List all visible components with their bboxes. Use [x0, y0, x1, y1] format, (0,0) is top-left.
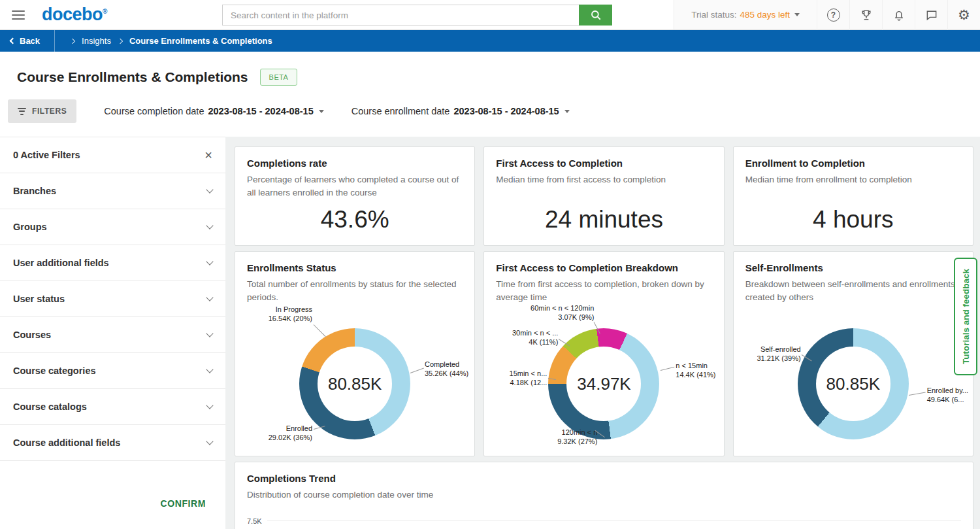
sidebar-item-course-catalogs[interactable]: Course catalogs	[0, 389, 225, 425]
page-title: Course Enrollments & Completions	[17, 69, 248, 85]
messages-button[interactable]	[915, 0, 947, 30]
self-enrollments-card: Self-Enrollments Breakdown between self-…	[733, 251, 973, 456]
sidebar-item-branches[interactable]: Branches	[0, 173, 225, 209]
gear-icon: ⚙	[958, 8, 970, 22]
completions-trend-card: Completions Trend Distribution of course…	[235, 462, 973, 529]
chat-icon	[925, 9, 938, 22]
sidebar-item-courses[interactable]: Courses	[0, 317, 225, 353]
notifications-button[interactable]	[882, 0, 915, 30]
filter-icon	[18, 106, 26, 116]
filters-button[interactable]: FILTERS	[8, 99, 76, 123]
sidebar-item-course-categories[interactable]: Course categories	[0, 353, 225, 389]
page-header: Course Enrollments & Completions BETA FI…	[0, 52, 980, 137]
chevron-down-icon	[206, 222, 213, 229]
first-access-breakdown-donut[interactable]: 34.97K	[548, 328, 659, 439]
dashboard-main: Completions rate Percentage of learners …	[225, 137, 980, 529]
first-access-breakdown-card: First Access to Completion Breakdown Tim…	[483, 251, 724, 456]
search-button[interactable]	[579, 5, 612, 26]
sidebar-item-groups[interactable]: Groups	[0, 209, 225, 245]
chevron-down-icon	[319, 110, 324, 113]
back-button[interactable]: Back	[0, 30, 55, 52]
first-access-to-completion-card: First Access to Completion Median time f…	[483, 146, 724, 246]
segment-label-120min: 120min < n 9.32K (27%)	[532, 428, 597, 447]
card-description: Breakdown between self-enrollments and e…	[745, 278, 961, 303]
topbar-right-section: Trial status: 485 days left ? ⚙	[674, 0, 980, 29]
leader-line	[909, 392, 926, 396]
enrollments-status-card: Enrollments Status Total number of enrol…	[235, 251, 475, 456]
card-description: Median time from first access to complet…	[496, 173, 711, 186]
card-description: Time from first access to completion, br…	[496, 278, 711, 303]
chevron-down-icon	[564, 110, 570, 113]
enrollment-date-filter[interactable]: Course enrollment date 2023-08-15 - 2024…	[351, 106, 570, 116]
first-access-value: 24 minutes	[484, 206, 723, 233]
sidebar-item-user-additional-fields[interactable]: User additional fields	[0, 245, 225, 281]
beta-badge: BETA	[260, 69, 298, 86]
bell-icon	[892, 9, 906, 22]
donut-total: 80.85K	[328, 374, 382, 394]
chevron-right-icon	[118, 38, 123, 43]
active-filters-row: 0 Active Filters ×	[0, 137, 225, 173]
donut-chart-area: 80.85K In Progress 16.54K (20%) Complete…	[247, 309, 463, 459]
search-input[interactable]	[222, 5, 579, 26]
segment-label-30min: 30min < n < ... 4K (11%)	[496, 328, 558, 347]
card-title: First Access to Completion	[496, 158, 711, 169]
breadcrumb: Insights Course Enrollments & Completion…	[71, 36, 272, 46]
enrollments-status-donut[interactable]: 80.85K	[299, 328, 410, 439]
breadcrumb-insights[interactable]: Insights	[82, 36, 111, 46]
help-button[interactable]: ?	[817, 0, 849, 30]
settings-button[interactable]: ⚙	[947, 0, 980, 30]
global-search	[222, 5, 612, 26]
segment-label-under-15min: n < 15min 14.4K (41%)	[676, 361, 723, 380]
chevron-down-icon	[794, 13, 800, 16]
search-icon	[590, 9, 602, 21]
enrollment-date-value: 2023-08-15 - 2024-08-15	[453, 106, 559, 116]
breadcrumb-bar: Back Insights Course Enrollments & Compl…	[0, 30, 980, 52]
completion-date-filter[interactable]: Course completion date 2023-08-15 - 2024…	[104, 106, 323, 116]
chevron-down-icon	[206, 186, 213, 193]
leader-line	[410, 368, 424, 373]
card-description: Median time from enrollment to completio…	[745, 173, 961, 186]
help-icon: ?	[827, 9, 840, 22]
donut-total: 80.85K	[826, 374, 880, 394]
enrollment-completion-value: 4 hours	[734, 206, 973, 233]
donut-chart-area: 80.85K Self-enrolled 31.21K (39%) Enroll…	[745, 309, 961, 459]
filters-bar: FILTERS Course completion date 2023-08-1…	[8, 99, 980, 123]
card-title: Completions rate	[247, 158, 463, 169]
tutorials-feedback-button[interactable]: Tutorials and feedback	[954, 258, 977, 375]
enrollment-date-label: Course enrollment date	[351, 106, 450, 116]
segment-label-completed: Completed 35.26K (44%)	[425, 360, 477, 379]
completions-rate-card: Completions rate Percentage of learners …	[235, 146, 475, 246]
segment-label-enrolled-by-others: Enrolled by... 49.64K (6...	[927, 386, 973, 405]
card-title: Enrollments Status	[247, 262, 463, 273]
trophy-icon	[860, 9, 873, 22]
docebo-logo[interactable]: docebo®	[42, 5, 107, 25]
chevron-down-icon	[206, 330, 213, 337]
self-enrollments-donut[interactable]: 80.85K	[798, 328, 909, 439]
sidebar-item-course-additional-fields[interactable]: Course additional fields	[0, 425, 225, 461]
back-label: Back	[20, 36, 40, 46]
registered-mark: ®	[103, 8, 107, 15]
completions-rate-value: 43.6%	[235, 206, 474, 233]
chevron-left-icon	[10, 38, 16, 44]
segment-label-60-120min: 60min < n < 120min 3.07K (9%)	[509, 303, 594, 322]
trial-days-left: 485 days left	[740, 10, 790, 20]
segment-label-self-enrolled: Self-enrolled 31.21K (39%)	[745, 345, 801, 364]
gridline	[267, 520, 961, 521]
chevron-down-icon	[206, 366, 213, 373]
donut-total: 34.97K	[577, 374, 630, 394]
leader-line	[661, 367, 675, 371]
breadcrumb-current: Course Enrollments & Completions	[129, 36, 272, 46]
gamification-button[interactable]	[849, 0, 882, 30]
chevron-down-icon	[206, 258, 213, 265]
sidebar-item-user-status[interactable]: User status	[0, 281, 225, 317]
card-title: First Access to Completion Breakdown	[496, 262, 711, 273]
menu-icon[interactable]	[12, 8, 25, 22]
close-icon[interactable]: ×	[204, 148, 212, 163]
tutorials-feedback-label: Tutorials and feedback	[961, 269, 971, 364]
segment-label-in-progress: In Progress 16.54K (20%)	[247, 305, 312, 324]
trial-status-dropdown[interactable]: Trial status: 485 days left	[674, 10, 817, 20]
completion-date-value: 2023-08-15 - 2024-08-15	[208, 106, 313, 116]
filters-sidebar: 0 Active Filters × Branches Groups User …	[0, 137, 225, 529]
enrollment-to-completion-card: Enrollment to Completion Median time fro…	[733, 146, 973, 246]
confirm-button[interactable]: CONFIRM	[160, 498, 206, 509]
